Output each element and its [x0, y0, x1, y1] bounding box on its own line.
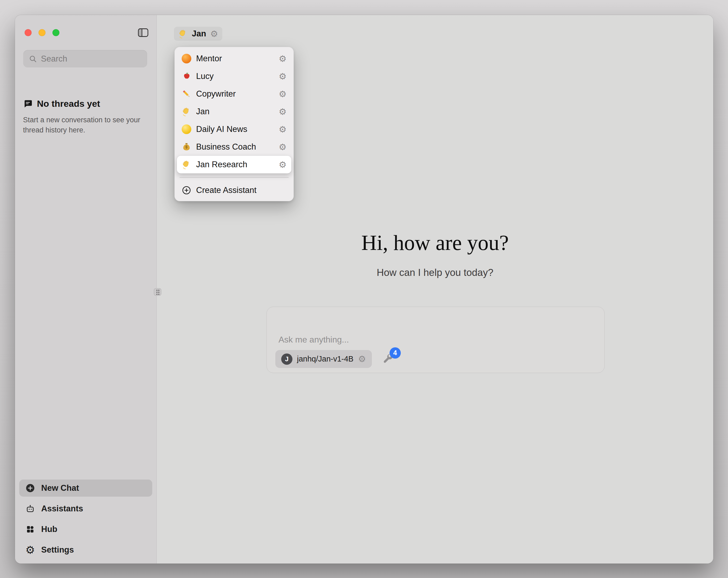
sidebar-item-label: New Chat	[41, 483, 79, 493]
gear-icon[interactable]	[279, 143, 287, 151]
sidebar-item-hub[interactable]: Hub	[19, 521, 152, 538]
chat-composer[interactable]: Ask me anything... J janhq/Jan-v1-4B 4	[266, 307, 605, 373]
assistant-selector[interactable]: Jan	[174, 27, 222, 41]
menu-item-copywriter[interactable]: Copywriter	[177, 85, 291, 103]
threads-icon	[23, 99, 33, 109]
zoom-button[interactable]	[52, 29, 59, 36]
menu-divider	[180, 177, 289, 178]
menu-item-label: Jan Research	[196, 160, 247, 169]
gear-icon[interactable]	[279, 72, 287, 81]
tools-button[interactable]: 4	[382, 353, 394, 366]
wave-emoji-icon	[182, 160, 191, 169]
sidebar-resize-handle[interactable]	[154, 288, 161, 296]
apple-emoji-icon	[182, 71, 191, 81]
hub-grid-icon	[25, 524, 35, 534]
close-button[interactable]	[25, 29, 31, 36]
empty-state-description: Start a new conversation to see your thr…	[23, 115, 141, 135]
search-icon	[29, 55, 37, 63]
settings-gear-icon	[25, 545, 35, 555]
tools-count-badge: 4	[390, 347, 401, 358]
sidebar-item-label: Assistants	[41, 504, 83, 513]
composer-placeholder: Ask me anything...	[279, 335, 349, 345]
moneybag-emoji-icon	[182, 142, 191, 152]
minimize-button[interactable]	[38, 29, 46, 36]
gear-icon[interactable]	[279, 125, 287, 134]
pencil-emoji-icon	[182, 89, 191, 99]
menu-item-lucy[interactable]: Lucy	[177, 68, 291, 85]
create-assistant-label: Create Assistant	[196, 185, 257, 195]
menu-item-daily-ai-news[interactable]: Daily AI News	[177, 120, 291, 138]
menu-item-jan[interactable]: Jan	[177, 103, 291, 120]
new-chat-plus-icon	[25, 483, 35, 493]
main-area: Jan Mentor Lucy Copywriter	[157, 15, 713, 563]
greeting-title: Hi, how are you?	[157, 231, 713, 255]
model-avatar: J	[281, 353, 292, 365]
model-name: janhq/Jan-v1-4B	[297, 355, 354, 363]
current-assistant-name: Jan	[192, 29, 206, 39]
composer-toolbar: J janhq/Jan-v1-4B 4	[275, 350, 394, 368]
app-window: Search No threads yet Start a new conver…	[15, 15, 713, 563]
gear-icon[interactable]	[279, 160, 287, 169]
daily-ai-news-icon	[182, 124, 191, 134]
sidebar: Search No threads yet Start a new conver…	[15, 15, 157, 563]
menu-item-label: Jan	[196, 107, 209, 117]
sidebar-item-label: Hub	[41, 525, 57, 534]
greeting-subtitle: How can I help you today?	[157, 267, 713, 278]
desktop-background: Search No threads yet Start a new conver…	[0, 0, 728, 578]
sidebar-item-settings[interactable]: Settings	[19, 541, 152, 558]
assistant-dropdown-menu: Mentor Lucy Copywriter Jan	[175, 47, 294, 201]
menu-item-label: Mentor	[196, 54, 222, 64]
menu-item-label: Business Coach	[196, 142, 256, 152]
wave-emoji-icon	[182, 107, 191, 117]
search-placeholder: Search	[41, 54, 67, 64]
gear-icon[interactable]	[279, 107, 287, 116]
menu-item-business-coach[interactable]: Business Coach	[177, 138, 291, 156]
create-assistant-button[interactable]: Create Assistant	[177, 181, 291, 199]
menu-item-jan-research[interactable]: Jan Research	[177, 156, 291, 173]
assistant-settings-gear-icon[interactable]	[210, 29, 218, 38]
model-settings-gear-icon[interactable]	[358, 355, 366, 363]
window-controls	[25, 29, 59, 36]
sidebar-nav: New Chat Assistants	[19, 479, 152, 558]
menu-item-label: Copywriter	[196, 89, 236, 99]
sidebar-item-new-chat[interactable]: New Chat	[19, 479, 152, 497]
menu-item-label: Lucy	[196, 71, 213, 81]
model-selector[interactable]: J janhq/Jan-v1-4B	[275, 350, 372, 368]
drag-dots-icon	[156, 289, 159, 295]
plus-circle-icon	[182, 185, 191, 195]
sidebar-item-assistants[interactable]: Assistants	[19, 500, 152, 517]
sidebar-toggle-icon	[138, 28, 149, 37]
menu-item-label: Daily AI News	[196, 124, 247, 134]
empty-state-title: No threads yet	[37, 99, 100, 109]
empty-threads-state: No threads yet Start a new conversation …	[23, 99, 141, 135]
sidebar-toggle-button[interactable]	[137, 27, 149, 38]
search-input[interactable]: Search	[23, 50, 147, 68]
menu-item-mentor[interactable]: Mentor	[177, 50, 291, 68]
gear-icon[interactable]	[279, 90, 287, 99]
gear-icon[interactable]	[279, 54, 287, 63]
sidebar-item-label: Settings	[41, 545, 74, 555]
mentor-icon	[182, 54, 191, 64]
wave-emoji-icon	[178, 29, 188, 39]
assistants-icon	[25, 504, 35, 514]
